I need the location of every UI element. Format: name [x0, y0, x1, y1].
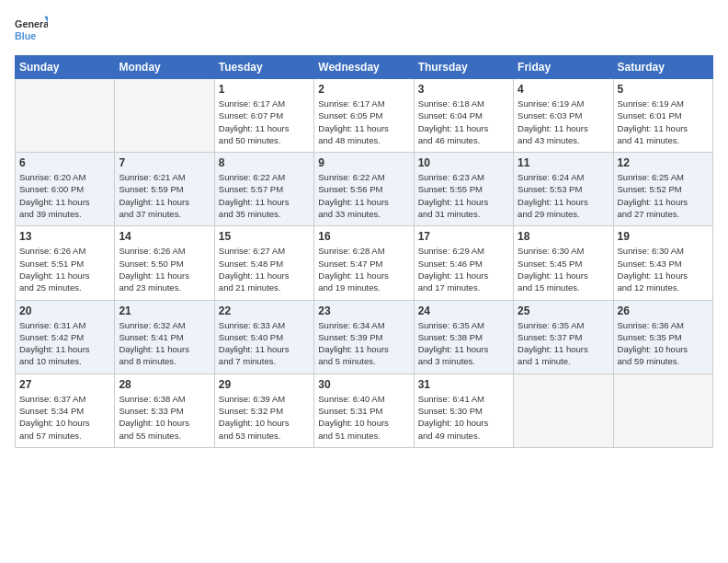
weekday-header: Sunday — [16, 56, 115, 79]
day-number: 18 — [518, 230, 609, 243]
day-number: 25 — [518, 304, 609, 317]
day-info: Sunrise: 6:29 AM Sunset: 5:46 PM Dayligh… — [418, 245, 509, 293]
day-info: Sunrise: 6:26 AM Sunset: 5:51 PM Dayligh… — [19, 245, 110, 293]
calendar-cell: 2Sunrise: 6:17 AM Sunset: 6:05 PM Daylig… — [314, 79, 414, 153]
day-number: 6 — [19, 156, 110, 169]
calendar-cell: 10Sunrise: 6:23 AM Sunset: 5:55 PM Dayli… — [414, 153, 513, 226]
day-info: Sunrise: 6:31 AM Sunset: 5:42 PM Dayligh… — [19, 319, 110, 368]
weekday-header: Friday — [514, 56, 613, 79]
page-header: General Blue — [15, 15, 713, 48]
day-number: 27 — [19, 378, 110, 391]
day-info: Sunrise: 6:30 AM Sunset: 5:45 PM Dayligh… — [518, 245, 609, 293]
day-info: Sunrise: 6:30 AM Sunset: 5:43 PM Dayligh… — [618, 245, 709, 293]
logo: General Blue — [15, 15, 48, 48]
calendar-cell: 1Sunrise: 6:17 AM Sunset: 6:07 PM Daylig… — [214, 79, 313, 153]
day-number: 9 — [318, 156, 409, 169]
calendar-cell: 14Sunrise: 6:26 AM Sunset: 5:50 PM Dayli… — [115, 226, 214, 300]
day-info: Sunrise: 6:21 AM Sunset: 5:59 PM Dayligh… — [119, 171, 210, 220]
day-info: Sunrise: 6:20 AM Sunset: 6:00 PM Dayligh… — [19, 171, 110, 220]
day-info: Sunrise: 6:17 AM Sunset: 6:07 PM Dayligh… — [219, 98, 310, 146]
day-number: 30 — [318, 378, 409, 391]
calendar-cell: 30Sunrise: 6:40 AM Sunset: 5:31 PM Dayli… — [314, 373, 414, 447]
day-info: Sunrise: 6:38 AM Sunset: 5:33 PM Dayligh… — [119, 393, 210, 442]
day-number: 17 — [418, 230, 509, 243]
calendar-cell: 31Sunrise: 6:41 AM Sunset: 5:30 PM Dayli… — [414, 373, 513, 447]
day-number: 16 — [318, 230, 409, 243]
day-info: Sunrise: 6:22 AM Sunset: 5:56 PM Dayligh… — [318, 171, 409, 220]
calendar-cell: 23Sunrise: 6:34 AM Sunset: 5:39 PM Dayli… — [314, 300, 414, 373]
calendar-cell: 4Sunrise: 6:19 AM Sunset: 6:03 PM Daylig… — [514, 79, 613, 153]
calendar-cell: 27Sunrise: 6:37 AM Sunset: 5:34 PM Dayli… — [16, 373, 115, 447]
calendar-cell: 28Sunrise: 6:38 AM Sunset: 5:33 PM Dayli… — [115, 373, 214, 447]
svg-text:Blue: Blue — [15, 30, 36, 41]
calendar-cell: 11Sunrise: 6:24 AM Sunset: 5:53 PM Dayli… — [514, 153, 613, 226]
day-number: 12 — [618, 156, 709, 169]
day-number: 8 — [219, 156, 310, 169]
day-info: Sunrise: 6:18 AM Sunset: 6:04 PM Dayligh… — [418, 98, 509, 146]
day-number: 3 — [418, 83, 509, 96]
weekday-header: Thursday — [414, 56, 513, 79]
day-number: 23 — [318, 304, 409, 317]
calendar-table: SundayMondayTuesdayWednesdayThursdayFrid… — [15, 55, 713, 448]
calendar-cell — [613, 373, 712, 447]
weekday-header: Monday — [115, 56, 214, 79]
day-number: 29 — [219, 378, 310, 391]
day-number: 21 — [119, 304, 210, 317]
calendar-cell: 15Sunrise: 6:27 AM Sunset: 5:48 PM Dayli… — [214, 226, 313, 300]
weekday-header: Saturday — [613, 56, 712, 79]
day-number: 24 — [418, 304, 509, 317]
day-number: 22 — [219, 304, 310, 317]
calendar-cell: 6Sunrise: 6:20 AM Sunset: 6:00 PM Daylig… — [16, 153, 115, 226]
day-info: Sunrise: 6:26 AM Sunset: 5:50 PM Dayligh… — [119, 245, 210, 293]
calendar-week-row: 20Sunrise: 6:31 AM Sunset: 5:42 PM Dayli… — [16, 300, 713, 373]
day-number: 28 — [119, 378, 210, 391]
day-number: 14 — [119, 230, 210, 243]
day-number: 31 — [418, 378, 509, 391]
calendar-cell — [16, 79, 115, 153]
day-number: 10 — [418, 156, 509, 169]
day-number: 5 — [618, 83, 709, 96]
day-info: Sunrise: 6:37 AM Sunset: 5:34 PM Dayligh… — [19, 393, 110, 442]
calendar-cell: 8Sunrise: 6:22 AM Sunset: 5:57 PM Daylig… — [214, 153, 313, 226]
calendar-cell: 18Sunrise: 6:30 AM Sunset: 5:45 PM Dayli… — [514, 226, 613, 300]
calendar-cell: 17Sunrise: 6:29 AM Sunset: 5:46 PM Dayli… — [414, 226, 513, 300]
day-info: Sunrise: 6:35 AM Sunset: 5:38 PM Dayligh… — [418, 319, 509, 368]
svg-text:General: General — [15, 18, 48, 29]
weekday-header-row: SundayMondayTuesdayWednesdayThursdayFrid… — [16, 56, 713, 79]
day-info: Sunrise: 6:27 AM Sunset: 5:48 PM Dayligh… — [219, 245, 310, 293]
day-info: Sunrise: 6:33 AM Sunset: 5:40 PM Dayligh… — [219, 319, 310, 368]
weekday-header: Wednesday — [314, 56, 414, 79]
calendar-cell: 5Sunrise: 6:19 AM Sunset: 6:01 PM Daylig… — [613, 79, 712, 153]
day-info: Sunrise: 6:41 AM Sunset: 5:30 PM Dayligh… — [418, 393, 509, 442]
calendar-week-row: 6Sunrise: 6:20 AM Sunset: 6:00 PM Daylig… — [16, 153, 713, 226]
day-info: Sunrise: 6:40 AM Sunset: 5:31 PM Dayligh… — [318, 393, 409, 442]
day-info: Sunrise: 6:25 AM Sunset: 5:52 PM Dayligh… — [618, 171, 709, 220]
day-number: 2 — [318, 83, 409, 96]
day-info: Sunrise: 6:23 AM Sunset: 5:55 PM Dayligh… — [418, 171, 509, 220]
day-info: Sunrise: 6:19 AM Sunset: 6:01 PM Dayligh… — [618, 98, 709, 146]
day-number: 20 — [19, 304, 110, 317]
calendar-cell: 22Sunrise: 6:33 AM Sunset: 5:40 PM Dayli… — [214, 300, 313, 373]
day-info: Sunrise: 6:32 AM Sunset: 5:41 PM Dayligh… — [119, 319, 210, 368]
calendar-cell: 13Sunrise: 6:26 AM Sunset: 5:51 PM Dayli… — [16, 226, 115, 300]
day-number: 7 — [119, 156, 210, 169]
calendar-week-row: 1Sunrise: 6:17 AM Sunset: 6:07 PM Daylig… — [16, 79, 713, 153]
logo-icon: General Blue — [15, 15, 48, 48]
calendar-cell: 25Sunrise: 6:35 AM Sunset: 5:37 PM Dayli… — [514, 300, 613, 373]
calendar-cell: 21Sunrise: 6:32 AM Sunset: 5:41 PM Dayli… — [115, 300, 214, 373]
calendar-cell: 20Sunrise: 6:31 AM Sunset: 5:42 PM Dayli… — [16, 300, 115, 373]
weekday-header: Tuesday — [214, 56, 313, 79]
calendar-cell — [115, 79, 214, 153]
day-number: 1 — [219, 83, 310, 96]
day-info: Sunrise: 6:36 AM Sunset: 5:35 PM Dayligh… — [618, 319, 709, 368]
day-info: Sunrise: 6:28 AM Sunset: 5:47 PM Dayligh… — [318, 245, 409, 293]
calendar-cell: 7Sunrise: 6:21 AM Sunset: 5:59 PM Daylig… — [115, 153, 214, 226]
calendar-cell: 24Sunrise: 6:35 AM Sunset: 5:38 PM Dayli… — [414, 300, 513, 373]
day-info: Sunrise: 6:22 AM Sunset: 5:57 PM Dayligh… — [219, 171, 310, 220]
calendar-cell: 29Sunrise: 6:39 AM Sunset: 5:32 PM Dayli… — [214, 373, 313, 447]
calendar-week-row: 27Sunrise: 6:37 AM Sunset: 5:34 PM Dayli… — [16, 373, 713, 447]
calendar-cell: 3Sunrise: 6:18 AM Sunset: 6:04 PM Daylig… — [414, 79, 513, 153]
day-number: 15 — [219, 230, 310, 243]
day-number: 26 — [618, 304, 709, 317]
day-number: 11 — [518, 156, 609, 169]
